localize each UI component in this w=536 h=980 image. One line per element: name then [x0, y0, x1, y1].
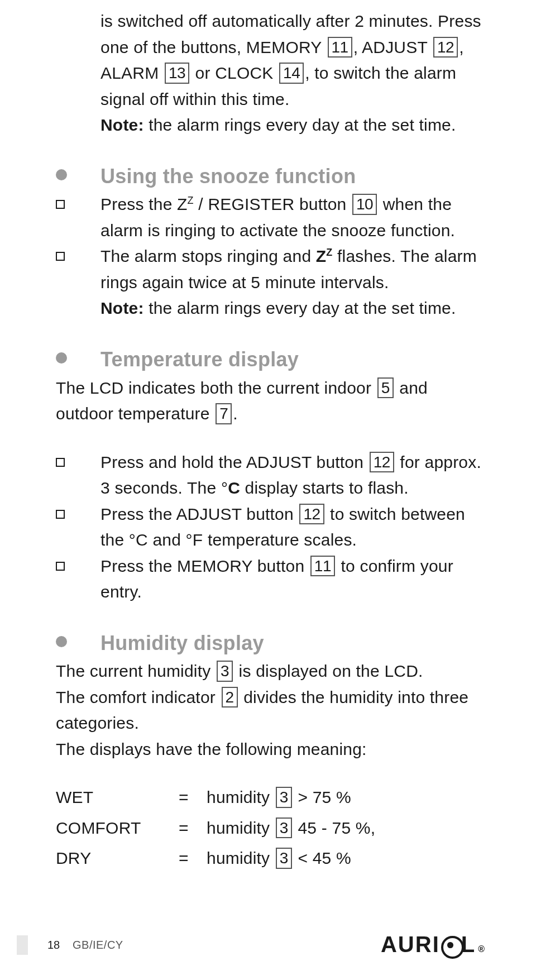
- snooze-item-2: The alarm stops ringing and ZZ flashes. …: [56, 243, 486, 322]
- section-bullet-icon: [56, 636, 67, 647]
- text: The displays have the following meaning:: [56, 740, 367, 758]
- ref-badge-2: 2: [222, 687, 238, 708]
- text: The alarm stops ringing and: [100, 247, 316, 265]
- section-heading-temperature: Temperature display: [100, 348, 299, 371]
- language-code: GB/IE/CY: [73, 939, 123, 952]
- list-bullet-icon: [56, 562, 65, 571]
- brand-text: AURI: [381, 932, 440, 957]
- note-label: Note:: [100, 299, 144, 317]
- list-bullet-icon: [56, 200, 65, 209]
- content: is switched off automatically after 2 mi…: [56, 8, 486, 872]
- list-bullet-icon: [56, 252, 65, 261]
- text: Press and hold the ADJUST button: [100, 453, 368, 471]
- section-bullet-icon: [56, 352, 67, 364]
- zz-symbol: ZZ: [316, 247, 333, 265]
- ref-badge-3: 3: [217, 661, 233, 682]
- ref-badge-5: 5: [377, 377, 394, 399]
- ref-badge-3: 3: [276, 818, 292, 839]
- degree: °: [221, 479, 228, 497]
- ref-badge-12: 12: [299, 504, 324, 525]
- hum-value-wet: humidity 3 > 75 %: [207, 785, 486, 811]
- text: Press the Z: [100, 195, 188, 213]
- text: .: [233, 404, 238, 423]
- equals: =: [179, 815, 207, 842]
- hum-label-dry: DRY: [56, 845, 179, 872]
- temp-item-3: Press the MEMORY button 11 to confirm yo…: [56, 553, 486, 605]
- registered-icon: ®: [478, 944, 486, 954]
- edge-tab-icon: [17, 935, 28, 955]
- ref-badge-3: 3: [276, 787, 292, 808]
- section-snooze-heading-row: Using the snooze function: [56, 161, 486, 192]
- humidity-table: WET = humidity 3 > 75 % COMFORT = humidi…: [56, 785, 486, 872]
- ref-badge-14: 14: [279, 63, 304, 84]
- ref-badge-11: 11: [328, 37, 352, 58]
- snooze-item-1: Press the ZZ / REGISTER button 10 when t…: [56, 192, 486, 243]
- ref-badge-13: 13: [165, 63, 189, 84]
- equals: =: [179, 785, 207, 811]
- superscript: Z: [188, 195, 194, 206]
- text: or CLOCK: [190, 64, 278, 82]
- brand-logo: AURIL®: [381, 932, 486, 957]
- unit-c: C: [228, 479, 240, 497]
- text: The LCD indicates both the current indoo…: [56, 379, 376, 397]
- page-number: 18: [47, 939, 60, 952]
- hum-label-comfort: COMFORT: [56, 815, 179, 842]
- intro-paragraph: is switched off automatically after 2 mi…: [56, 8, 486, 138]
- hum-value-dry: humidity 3 < 45 %: [207, 845, 486, 872]
- equals: =: [179, 845, 207, 872]
- hum-label-wet: WET: [56, 785, 179, 811]
- note-text: the alarm rings every day at the set tim…: [144, 299, 456, 317]
- text: , ADJUST: [353, 38, 432, 56]
- hum-value-comfort: humidity 3 45 - 75 %,: [207, 815, 486, 842]
- section-hum-heading-row: Humidity display: [56, 628, 486, 659]
- text: Press the ADJUST button: [100, 505, 298, 523]
- list-bullet-icon: [56, 458, 65, 467]
- temp-item-1: Press and hold the ADJUST button 12 for …: [56, 450, 486, 501]
- text: display starts to flash.: [240, 479, 409, 497]
- list-bullet-icon: [56, 510, 65, 519]
- section-temp-heading-row: Temperature display: [56, 344, 486, 375]
- page-footer: 18 GB/IE/CY AURIL®: [0, 933, 536, 955]
- manual-page: is switched off automatically after 2 mi…: [0, 0, 536, 980]
- section-bullet-icon: [56, 169, 67, 180]
- text: / REGISTER button: [194, 195, 351, 213]
- temp-intro: The LCD indicates both the current indoo…: [56, 375, 486, 427]
- ref-badge-11: 11: [310, 556, 335, 577]
- hum-paragraph: The current humidity 3 is displayed on t…: [56, 658, 486, 762]
- temp-item-2: Press the ADJUST button 12 to switch bet…: [56, 501, 486, 553]
- ref-badge-12: 12: [370, 452, 394, 473]
- ref-badge-12: 12: [433, 37, 458, 58]
- ref-badge-7: 7: [216, 403, 232, 424]
- text: The current humidity: [56, 662, 216, 680]
- note-text: the alarm rings every day at the set tim…: [144, 116, 456, 134]
- text: is displayed on the LCD.: [234, 662, 423, 680]
- note-label: Note:: [100, 116, 144, 134]
- text: Press the MEMORY button: [100, 557, 309, 575]
- ref-badge-3: 3: [276, 848, 292, 869]
- text: The comfort indicator: [56, 688, 221, 706]
- ref-badge-10: 10: [352, 194, 377, 215]
- section-heading-humidity: Humidity display: [100, 632, 264, 654]
- section-heading-snooze: Using the snooze function: [100, 165, 356, 188]
